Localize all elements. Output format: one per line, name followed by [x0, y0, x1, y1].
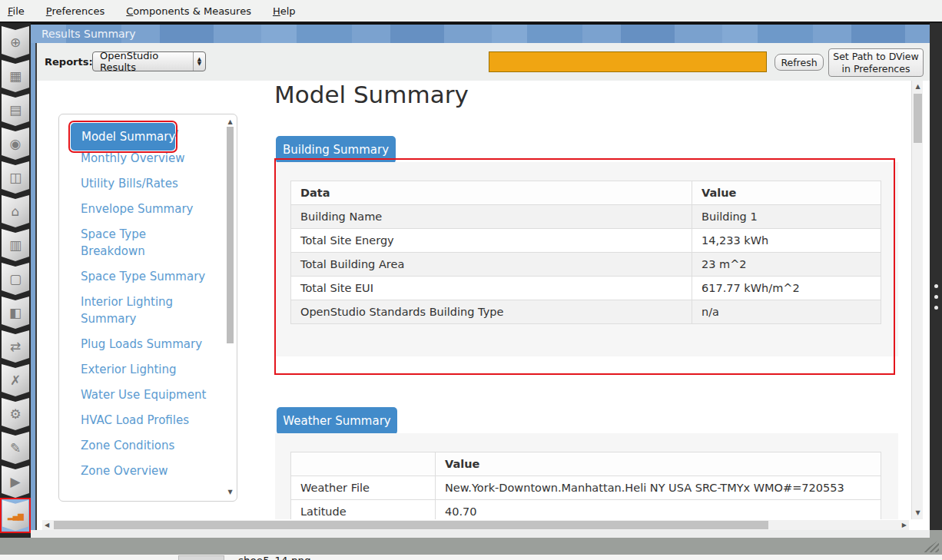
- sidebar-tab-hvac-systems[interactable]: ⇄: [0, 330, 31, 363]
- sidebar-tab-run-simulation[interactable]: ▶: [0, 466, 31, 498]
- nav-item-plug-loads-summary[interactable]: Plug Loads Summary: [68, 332, 217, 357]
- column-header-value: Value: [692, 181, 881, 205]
- box-icon: ▢: [2, 263, 29, 295]
- gear-icon: ⚙: [2, 398, 29, 430]
- menu-components-measures[interactable]: Components & Measures: [126, 5, 251, 17]
- script-icon: ✎: [2, 432, 29, 464]
- outlet-icon: ◉: [2, 128, 29, 160]
- tab-weather-summary[interactable]: Weather Summary: [277, 407, 397, 435]
- nav-item-utility-bills-rates[interactable]: Utility Bills/Rates: [68, 171, 217, 197]
- nav-item-zone-overview[interactable]: Zone Overview: [68, 459, 217, 484]
- nav-item-space-type-summary[interactable]: Space Type Summary: [68, 264, 217, 290]
- table-row: Weather File New.York-Downtown.Manhattan…: [291, 476, 881, 500]
- menu-bar: File Preferences Components & Measures H…: [0, 0, 942, 23]
- sidebar-tab-constructions[interactable]: ▤: [0, 94, 31, 126]
- sidebar-tab-spaces[interactable]: ▢: [0, 263, 31, 295]
- cell-value: 40.70: [436, 500, 881, 520]
- scroll-down-icon[interactable]: ▼: [912, 509, 924, 516]
- nav-item-space-type-breakdown[interactable]: Space Type Breakdown: [68, 222, 217, 264]
- content-vertical-scrollbar[interactable]: ▲ ▼: [911, 81, 923, 519]
- sidebar-tab-thermal-zones[interactable]: ◧: [0, 297, 31, 329]
- menu-file[interactable]: File: [8, 5, 25, 17]
- nav-item-exterior-lighting[interactable]: Exterior Lighting: [68, 357, 217, 383]
- cell-value: 617.77 kWh/m^2: [692, 277, 881, 300]
- reports-label: Reports:: [45, 56, 93, 68]
- content-horizontal-scrollbar[interactable]: ◀ ▶: [42, 520, 909, 530]
- x-icon: ✗: [2, 364, 29, 396]
- cube-icon: ◫: [2, 161, 29, 194]
- sidebar-tab-results-summary[interactable]: ▂▄▆: [0, 498, 31, 533]
- nav-item-model-summary[interactable]: Model Summary: [71, 123, 175, 151]
- cell-label: Latitude: [291, 500, 436, 520]
- sidebar-tab-loads[interactable]: ◉: [0, 128, 31, 160]
- background-filename[interactable]: shoe5_14.png: [238, 555, 311, 560]
- table-row: OpenStudio Standards Building Type n/a: [291, 300, 881, 324]
- set-path-to-dview-button[interactable]: Set Path to DView in Preferences: [828, 48, 924, 77]
- nav-item-zone-conditions[interactable]: Zone Conditions: [68, 433, 217, 459]
- column-header-data: Data: [291, 181, 692, 205]
- cell-label: Total Site EUI: [291, 277, 692, 300]
- grip-dot: [934, 295, 938, 299]
- sidebar-tab-output-variables[interactable]: ✗: [0, 364, 31, 396]
- spinner-arrows-icon[interactable]: ▲▼: [193, 52, 205, 71]
- table-row: Building Name Building 1: [291, 205, 881, 229]
- cell-value: n/a: [692, 300, 881, 324]
- sidebar-tab-scripts[interactable]: ✎: [0, 432, 31, 464]
- sidebar-tab-space-types[interactable]: ◫: [0, 161, 31, 194]
- scroll-up-icon[interactable]: ▲: [226, 118, 234, 125]
- table-row: Total Site Energy 14,233 kWh: [291, 229, 881, 253]
- vertical-tab-sidebar: ⊕ ▦ ▤ ◉ ◫ ⌂ ▥ ▢ ◧ ⇄ ✗ ⚙ ✎ ▶ ▂▄▆: [0, 23, 31, 538]
- table-row: Total Site EUI 617.77 kWh/m^2: [291, 277, 881, 300]
- cell-value: 23 m^2: [692, 253, 881, 277]
- window-title: Results Summary: [41, 28, 136, 40]
- background-window-strip: shoe5_14.png: [0, 555, 942, 560]
- reports-toolbar: Reports: OpenStudio Results ▲▼ Refresh S…: [37, 43, 930, 81]
- weather-summary-table: Value Weather File New.York-Downtown.Man…: [290, 452, 881, 519]
- grip-dot: [934, 306, 938, 310]
- reports-dropdown-value: OpenStudio Results: [100, 50, 193, 73]
- segmented-cube-icon: ◧: [2, 297, 29, 329]
- cell-label: Total Building Area: [291, 253, 692, 277]
- scroll-up-icon[interactable]: ▲: [912, 83, 924, 90]
- refresh-button[interactable]: Refresh: [774, 54, 824, 71]
- sidebar-tab-site[interactable]: ⊕: [0, 26, 31, 58]
- scroll-right-icon[interactable]: ▶: [902, 520, 907, 530]
- window-titlebar[interactable]: Results Summary: [31, 23, 930, 43]
- annotation-nav-selected: Model Summary: [68, 121, 177, 153]
- scroll-down-icon[interactable]: ▼: [226, 489, 234, 495]
- nav-item-water-use-equipment[interactable]: Water Use Equipment: [68, 383, 217, 408]
- report-content: Model Summary Annual Overview Monthly Ov…: [37, 81, 911, 519]
- cell-label: Building Name: [291, 205, 692, 229]
- sidebar-tab-geometry[interactable]: ⌂: [0, 195, 31, 227]
- nav-scrollbar[interactable]: ▲ ▼: [226, 117, 234, 497]
- calendar-icon: ▦: [2, 60, 29, 92]
- cell-value: Building 1: [692, 205, 881, 229]
- cell-label: Total Site Energy: [291, 229, 692, 253]
- sidebar-tab-schedules[interactable]: ▦: [0, 60, 31, 92]
- loop-arrows-icon: ⇄: [2, 330, 29, 363]
- nav-item-hvac-load-profiles[interactable]: HVAC Load Profiles: [68, 408, 217, 433]
- progress-bar: [489, 51, 767, 72]
- nav-item-interior-lighting-summary[interactable]: Interior Lighting Summary: [68, 290, 217, 332]
- screen: File Preferences Components & Measures H…: [0, 0, 942, 560]
- resize-grip-icon[interactable]: [922, 540, 939, 552]
- building-icon: ▥: [2, 229, 29, 261]
- sidebar-tab-measures[interactable]: ⚙: [0, 398, 31, 430]
- scroll-left-icon[interactable]: ◀: [45, 520, 49, 530]
- nav-scrollbar-thumb[interactable]: [227, 127, 234, 343]
- menu-help[interactable]: Help: [273, 5, 296, 17]
- grip-dot: [934, 284, 938, 288]
- report-nav-panel: Model Summary Annual Overview Monthly Ov…: [58, 114, 237, 502]
- reports-dropdown[interactable]: OpenStudio Results ▲▼: [92, 51, 206, 71]
- content-scrollbar-thumb[interactable]: [914, 94, 922, 143]
- nav-item-envelope-summary[interactable]: Envelope Summary: [68, 197, 217, 222]
- cell-value: 14,233 kWh: [692, 229, 881, 253]
- floorplan-icon: ⌂: [2, 195, 29, 227]
- horizontal-scrollbar-thumb[interactable]: [54, 521, 768, 529]
- cell-label: Weather File: [291, 476, 436, 500]
- menu-preferences[interactable]: Preferences: [46, 5, 104, 17]
- bricks-icon: ▤: [2, 94, 29, 126]
- page-title: Model Summary: [274, 81, 469, 108]
- desktop-band: [0, 538, 942, 555]
- sidebar-tab-facility[interactable]: ▥: [0, 229, 31, 261]
